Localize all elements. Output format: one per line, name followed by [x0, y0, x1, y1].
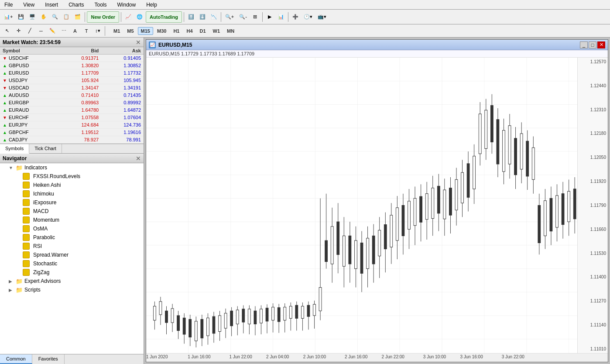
chart-body[interactable]: 1.125701.124401.123101.121801.120501.119… — [146, 58, 608, 353]
market-watch-row[interactable]: ▼EURCHF 1.07558 1.07604 — [0, 114, 144, 121]
tf-m30[interactable]: M30 — [154, 27, 169, 35]
btn11[interactable]: 📉 — [209, 11, 219, 23]
label-btn[interactable]: T — [81, 25, 92, 37]
time-label: 2 Jun 16:00 — [345, 354, 367, 359]
tf-h1[interactable]: H1 — [170, 27, 182, 35]
btn8[interactable]: 🌐 — [134, 11, 145, 23]
zoom-in-btn[interactable]: 🔍+ — [223, 11, 236, 23]
btn6[interactable]: 🗂️ — [72, 11, 83, 23]
nav-indicator-item[interactable]: OsMA — [0, 224, 144, 233]
menu-help[interactable]: Help — [144, 1, 160, 9]
hline-btn[interactable]: ─ — [36, 25, 46, 37]
btn13[interactable]: ▶ — [264, 11, 275, 23]
indicators-label: Indicators — [24, 165, 47, 171]
save-btn[interactable]: 💾 — [16, 11, 26, 23]
price-label: 1.11660 — [579, 227, 606, 232]
bid-value: 124.684 — [59, 121, 101, 129]
svg-rect-67 — [284, 307, 286, 320]
btn12[interactable]: ⊞ — [250, 11, 260, 23]
chart-maximize-btn[interactable]: □ — [589, 41, 596, 48]
svg-rect-101 — [384, 225, 387, 249]
btn10[interactable]: ⬇️ — [197, 11, 208, 23]
market-watch-row[interactable]: ▲GBPCHF 1.19512 1.19616 — [0, 129, 144, 136]
nav-indicator-item[interactable]: iExposure — [0, 198, 144, 207]
svg-rect-93 — [360, 243, 363, 273]
tab-tick-chart[interactable]: Tick Chart — [29, 144, 62, 153]
nav-indicator-item[interactable]: Momentum — [0, 216, 144, 224]
ask-value: 1.07604 — [101, 114, 144, 121]
navigator-close[interactable]: ✕ — [136, 155, 141, 162]
tf-m15[interactable]: M15 — [138, 27, 153, 35]
menu-insert[interactable]: Insert — [42, 1, 61, 9]
market-watch-row[interactable]: ▼USDJPY 105.924 105.945 — [0, 77, 144, 84]
nav-tab-common[interactable]: Common — [0, 354, 32, 364]
market-watch-row[interactable]: ▲AUDUSD 0.71410 0.71435 — [0, 92, 144, 99]
svg-rect-145 — [514, 138, 517, 175]
nav-indicator-item[interactable]: Parabolic — [0, 233, 144, 242]
crosshair-btn[interactable]: ✛ — [13, 25, 24, 37]
menu-view[interactable]: View — [21, 1, 37, 9]
market-watch-row[interactable]: ▲EURGBP 0.89963 0.89992 — [0, 99, 144, 106]
new-chart-btn[interactable]: 📊+ — [2, 11, 15, 23]
chart-canvas[interactable] — [146, 58, 577, 353]
market-watch-row[interactable]: ▲EURJPY 124.684 124.736 — [0, 121, 144, 129]
nav-indicator-item[interactable]: FXSSI.RoundLevels — [0, 172, 144, 181]
tf-mn[interactable]: MN — [224, 27, 237, 35]
nav-indicator-item[interactable]: RSI — [0, 242, 144, 251]
nav-tab-favorites[interactable]: Favorites — [32, 354, 65, 364]
btn9[interactable]: ⬆️ — [186, 11, 196, 23]
autotrading-btn[interactable]: AutoTrading — [146, 11, 182, 23]
market-watch-row[interactable]: ▲EURAUD 1.64780 1.64872 — [0, 106, 144, 114]
tab-symbols[interactable]: Symbols — [0, 144, 29, 154]
line-btn[interactable]: ╱ — [24, 25, 35, 37]
menu-tools[interactable]: Tools — [92, 1, 110, 9]
market-watch-close[interactable]: ✕ — [136, 39, 141, 46]
symbol-name: USDCHF — [9, 55, 29, 61]
nav-scripts[interactable]: ▶ 📁 Scripts — [0, 285, 144, 294]
btn4[interactable]: 🔍 — [50, 11, 60, 23]
tf-w1[interactable]: W1 — [210, 27, 223, 35]
pencil-btn[interactable]: ✏️ — [47, 25, 58, 37]
chart-minimize-btn[interactable]: _ — [580, 41, 588, 48]
nav-indicators-group[interactable]: ▼ 📁 Indicators — [0, 163, 144, 172]
btn17[interactable]: 📺▾ — [315, 11, 329, 23]
dotted-btn[interactable]: ⋯ — [58, 25, 69, 37]
nav-indicator-item[interactable]: Spread.Warner — [0, 251, 144, 259]
tf-m5[interactable]: M5 — [124, 27, 137, 35]
text-btn[interactable]: A — [70, 25, 80, 37]
svg-rect-107 — [402, 206, 404, 236]
indicator-icon — [23, 216, 30, 223]
svg-rect-87 — [343, 236, 345, 266]
market-watch-row[interactable]: ▲CADJPY 78.927 78.991 — [0, 136, 144, 144]
nav-indicator-item[interactable]: ZigZag — [0, 268, 144, 277]
cursor-btn[interactable]: ↖ — [2, 25, 12, 37]
menu-charts[interactable]: Charts — [66, 1, 86, 9]
chart-close-btn[interactable]: ✕ — [597, 41, 605, 48]
arrow-btn[interactable]: ↕▾ — [93, 25, 103, 37]
btn2[interactable]: 🖥️ — [27, 11, 38, 23]
btn3[interactable]: ✋ — [38, 11, 49, 23]
market-watch-row[interactable]: ▲EURUSD 1.17709 1.17732 — [0, 69, 144, 77]
nav-indicator-item[interactable]: Heiken Ashi — [0, 181, 144, 189]
indicator-name: Parabolic — [33, 234, 55, 240]
tf-m1[interactable]: M1 — [110, 27, 123, 35]
tf-h4[interactable]: H4 — [183, 27, 195, 35]
btn16[interactable]: 🕐▾ — [302, 11, 315, 23]
btn5[interactable]: 📋 — [61, 11, 72, 23]
nav-indicator-item[interactable]: MACD — [0, 207, 144, 216]
menu-file[interactable]: File — [2, 1, 15, 9]
market-watch-row[interactable]: ▼USDCAD 1.34147 1.34191 — [0, 84, 144, 92]
zoom-out-btn[interactable]: 🔍- — [237, 11, 249, 23]
market-watch-row[interactable]: ▲GBPUSD 1.30820 1.30852 — [0, 62, 144, 69]
svg-rect-153 — [538, 206, 541, 243]
nav-indicator-item[interactable]: Ichimoku — [0, 189, 144, 198]
nav-indicator-item[interactable]: Stochastic — [0, 259, 144, 268]
market-watch-row[interactable]: ▼USDCHF 0.91371 0.91405 — [0, 55, 144, 62]
btn7[interactable]: 📈 — [123, 11, 134, 23]
menu-window[interactable]: Window — [115, 1, 139, 9]
new-order-btn[interactable]: New Order — [87, 11, 119, 23]
btn15[interactable]: ➕ — [290, 11, 301, 23]
tf-d1[interactable]: D1 — [197, 27, 209, 35]
nav-expert-advisors[interactable]: ▶ 📁 Expert Advisors — [0, 277, 144, 285]
btn14[interactable]: 📊 — [276, 11, 286, 23]
